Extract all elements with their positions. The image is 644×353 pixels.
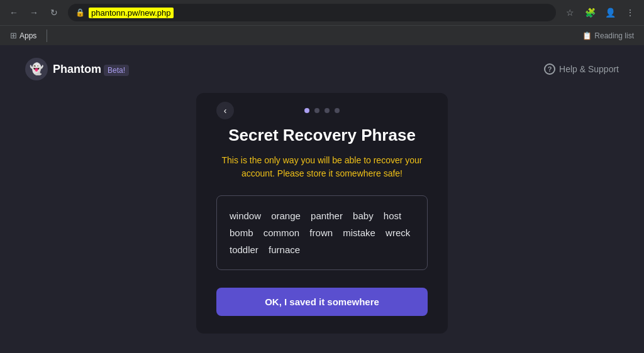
refresh-button[interactable]: ↻	[45, 4, 63, 21]
apps-label: Apps	[19, 31, 36, 40]
reading-list-label: Reading list	[594, 31, 634, 40]
menu-button[interactable]: ⋮	[621, 4, 639, 21]
seed-phrase-box: window orange panther baby hostbomb comm…	[216, 195, 428, 270]
address-bar-text: phantonn.pw/new.php	[89, 8, 174, 18]
logo-text: Phantom Beta!	[53, 63, 129, 76]
lock-icon: 🔒	[75, 8, 85, 17]
nav-buttons: ← → ↻	[5, 4, 63, 21]
logo-beta-badge: Beta!	[104, 65, 129, 76]
seed-words: window orange panther baby hostbomb comm…	[230, 207, 414, 258]
card-title: Secret Recovery Phrase	[228, 126, 416, 145]
toolbar-icons: ☆ 🧩 👤 ⋮	[561, 4, 639, 21]
browser-chrome: ← → ↻ 🔒 phantonn.pw/new.php ☆ 🧩 👤 ⋮ ⊞ Ap…	[0, 0, 644, 45]
profile-button[interactable]: 👤	[601, 4, 619, 21]
dot-1	[304, 108, 309, 113]
bookmarks-divider	[47, 30, 47, 42]
apps-grid-icon: ⊞	[10, 31, 17, 40]
main-card: ‹ Secret Recovery Phrase This is the onl…	[196, 93, 448, 334]
extensions-button[interactable]: 🧩	[581, 4, 599, 21]
reading-list-button[interactable]: 📋 Reading list	[577, 29, 639, 43]
logo-area: 👻 Phantom Beta!	[25, 58, 129, 80]
phantom-logo-icon: 👻	[25, 58, 48, 80]
ok-saved-button[interactable]: OK, I saved it somewhere	[216, 288, 428, 316]
forward-button[interactable]: →	[25, 4, 43, 21]
page-content: 👻 Phantom Beta! ? Help & Support ‹ Secre…	[0, 45, 644, 353]
reading-list-icon: 📋	[582, 31, 592, 40]
prev-button[interactable]: ‹	[216, 102, 234, 119]
back-button[interactable]: ←	[5, 4, 23, 21]
star-button[interactable]: ☆	[561, 4, 579, 21]
help-support-button[interactable]: ? Help & Support	[544, 63, 619, 75]
card-subtitle: This is the only way you will be able to…	[216, 154, 428, 180]
apps-button[interactable]: ⊞ Apps	[5, 28, 42, 43]
browser-topbar: ← → ↻ 🔒 phantonn.pw/new.php ☆ 🧩 👤 ⋮	[0, 0, 644, 25]
address-bar-wrapper[interactable]: 🔒 phantonn.pw/new.php	[68, 4, 556, 21]
dot-2	[314, 108, 319, 113]
dot-3	[325, 108, 330, 113]
help-question-icon: ?	[544, 63, 555, 75]
dot-4	[335, 108, 340, 113]
bookmarks-bar: ⊞ Apps 📋 Reading list	[0, 25, 644, 45]
logo-name: Phantom	[53, 63, 101, 76]
help-support-label: Help & Support	[559, 64, 619, 74]
pagination: ‹	[216, 108, 428, 113]
page-header: 👻 Phantom Beta! ? Help & Support	[0, 45, 644, 93]
